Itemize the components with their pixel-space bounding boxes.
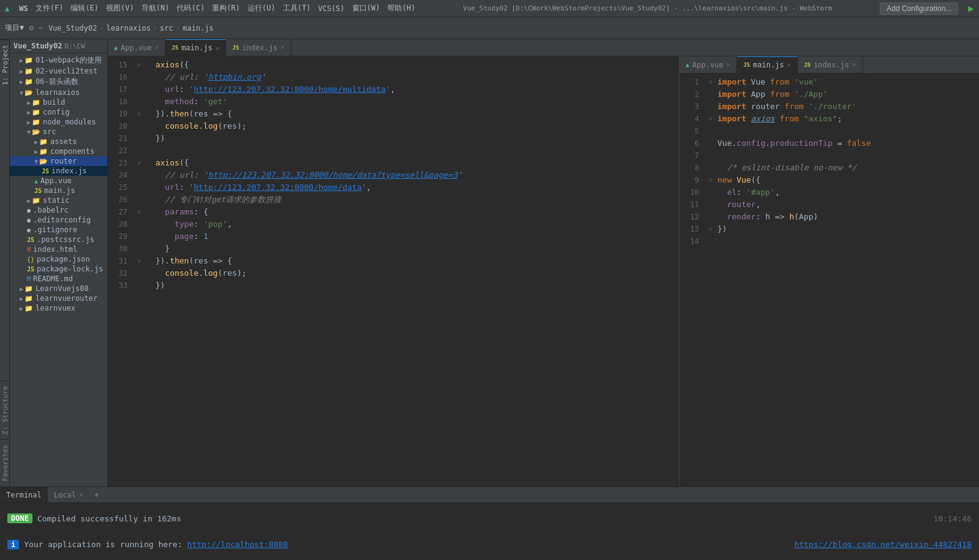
terminal-tab-terminal[interactable]: Terminal: [0, 487, 48, 502]
folder-icon: 📁: [39, 138, 48, 146]
breadcrumb-item-0[interactable]: Vue_Study02: [48, 24, 97, 32]
menu-run[interactable]: 运行(U): [248, 3, 276, 13]
json-icon: {}: [27, 256, 34, 263]
code-line: 28 type: 'pop',: [108, 218, 679, 230]
fold-icon[interactable]: ▽: [709, 174, 712, 186]
fold-icon[interactable]: ▽: [137, 108, 140, 120]
fold-icon[interactable]: ▽: [137, 255, 140, 267]
tree-item-mainjs[interactable]: JS main.js: [10, 186, 107, 195]
tab-project[interactable]: 1: Project: [0, 39, 9, 90]
menu-edit[interactable]: 编辑(E): [70, 3, 99, 13]
menu-code[interactable]: 代码(C): [176, 3, 205, 13]
vue-file-icon: ▲: [34, 178, 38, 184]
run-icon[interactable]: ▶: [968, 2, 974, 14]
menu-view[interactable]: 视图(V): [106, 3, 134, 13]
tab-structure[interactable]: Z: Structure: [0, 380, 9, 439]
terminal-add-button[interactable]: +: [89, 487, 104, 502]
tree-item-readme[interactable]: M README.md: [10, 274, 107, 284]
fold-icon[interactable]: ▽: [137, 157, 140, 169]
line-content: console.log(res);: [143, 120, 679, 132]
tab-indexjs-left[interactable]: JS index.js ×: [226, 39, 291, 56]
tab-favorites[interactable]: Favorites: [0, 439, 9, 486]
tab-appvue-left[interactable]: ▲ App.vue ×: [108, 39, 165, 56]
terminal-localhost-link[interactable]: http://localhost:8080: [187, 540, 288, 549]
line-content: // url: 'http://123.207.32.32:8000/home/…: [143, 169, 679, 181]
tab-close-icon[interactable]: ×: [155, 44, 159, 51]
tree-item-learnvuex[interactable]: ▶ 📁 learnvuex: [10, 303, 107, 313]
terminal-csdn-link[interactable]: https://blog.csdn.net/weixin_44827418: [794, 540, 972, 549]
tree-item-appvue[interactable]: ▲ App.vue: [10, 176, 107, 186]
tree-item-indexhtml[interactable]: H index.html: [10, 244, 107, 254]
collapse-icon[interactable]: −: [39, 23, 43, 32]
project-dropdown[interactable]: 项目▼: [5, 23, 24, 33]
tree-item-webpack[interactable]: ▶ 📁 01-webpack的使用: [10, 55, 107, 66]
tree-item-gitignore[interactable]: ● .gitignore: [10, 225, 107, 235]
tree-item-packagejson[interactable]: {} package.json: [10, 254, 107, 264]
tree-item-config[interactable]: ▶ 📁 config: [10, 107, 107, 117]
tree-item-arrows[interactable]: ▶ 📁 06-箭头函数: [10, 76, 107, 88]
right-code-content[interactable]: 1 ▽ import Vue from 'vue' 2 import App f…: [679, 74, 979, 486]
tab-appvue-right[interactable]: ▲ App.vue ×: [679, 56, 737, 73]
line-content: }): [143, 132, 679, 145]
tab-close-icon[interactable]: ×: [281, 44, 285, 51]
tab-mainjs-left[interactable]: JS main.js ×: [165, 39, 226, 56]
menu-nav[interactable]: 导航(N): [142, 3, 170, 13]
code-line: 24 // url: 'http://123.207.32.32:8000/ho…: [108, 169, 679, 181]
tree-item-static[interactable]: ▶ 📁 static: [10, 195, 107, 205]
fold-icon[interactable]: ▽: [137, 206, 140, 218]
tab-close-icon[interactable]: ×: [727, 61, 731, 69]
code-line: 3 import router from './router': [679, 100, 979, 113]
tree-item-babelrc[interactable]: ● .babelrc: [10, 205, 107, 215]
settings-icon[interactable]: ⚙: [29, 23, 34, 32]
fold-icon[interactable]: ▽: [709, 76, 712, 88]
fold-icon[interactable]: ▽: [709, 223, 712, 235]
tree-item-learnvuerouter[interactable]: ▶ 📁 learnvuerouter: [10, 293, 107, 303]
terminal-tab-local[interactable]: Local ×: [48, 487, 89, 502]
tab-close-icon[interactable]: ×: [79, 491, 83, 499]
line-number: 3: [679, 100, 706, 113]
breadcrumb-item-2[interactable]: src: [160, 24, 173, 32]
menu-tools[interactable]: 工具(T): [283, 3, 311, 13]
tab-close-icon[interactable]: ×: [787, 61, 792, 69]
tab-close-icon[interactable]: ×: [852, 61, 856, 69]
menu-help[interactable]: 帮助(H): [387, 3, 415, 13]
menu-window[interactable]: 窗口(W): [352, 3, 380, 13]
add-config-button[interactable]: Add Configuration...: [880, 2, 958, 15]
fold-icon[interactable]: ▽: [709, 113, 712, 125]
menu-refactor[interactable]: 重构(R): [212, 3, 240, 13]
tree-item-assets[interactable]: ▶ 📁 assets: [10, 137, 107, 146]
tree-item-src[interactable]: ▼ 📂 src: [10, 127, 107, 137]
tree-item-packagelock[interactable]: JS package-lock.js: [10, 264, 107, 274]
tree-item-components[interactable]: ▶ 📁 components: [10, 146, 107, 156]
tree-item-learnaxios[interactable]: ▼ 📂 learnaxios: [10, 88, 107, 97]
code-line: 1 ▽ import Vue from 'vue': [679, 76, 979, 88]
line-number: 1: [679, 76, 706, 88]
tree-item-build[interactable]: ▶ 📁 build: [10, 97, 107, 107]
project-header: Vue_Study02 D:\CW: [10, 39, 107, 53]
line-content: }).then(res => {: [143, 108, 679, 120]
code-line: 11 router,: [679, 199, 979, 211]
menu-vcs[interactable]: VCS(S): [318, 4, 344, 13]
tree-item-router[interactable]: ▼ 📂 router: [10, 156, 107, 166]
tree-item-postcss[interactable]: JS .postcssrc.js: [10, 235, 107, 244]
tree-item-editorconfig[interactable]: ● .editorconfig: [10, 215, 107, 225]
js-file-icon: JS: [34, 187, 42, 194]
line-number: 17: [108, 83, 135, 96]
tab-close-icon[interactable]: ×: [216, 44, 220, 52]
menu-file[interactable]: 文件(F): [36, 3, 64, 13]
left-code-content[interactable]: 15 ▽ axios({ 16 // url: 'httpbin.org': [108, 56, 679, 486]
breadcrumb-item-3[interactable]: main.js: [183, 24, 214, 32]
tree-item-index-js[interactable]: JS index.js: [10, 166, 107, 176]
line-number: 15: [108, 59, 135, 71]
line-content: }).then(res => {: [143, 255, 679, 267]
breadcrumb-item-1[interactable]: learnaxios: [107, 24, 151, 32]
tree-item-nodemodules[interactable]: ▶ 📁 node_modules: [10, 117, 107, 127]
tree-item-learnvuejs[interactable]: ▶ 📁 LearnVuejs08: [10, 284, 107, 293]
line-number: 31: [108, 255, 135, 267]
arrow-icon: ▶: [34, 148, 38, 155]
tab-indexjs-right[interactable]: JS index.js ×: [798, 56, 863, 73]
menu-ws[interactable]: WS: [19, 4, 28, 13]
fold-icon[interactable]: ▽: [137, 59, 140, 71]
tab-mainjs-right[interactable]: JS main.js ×: [737, 56, 798, 73]
tree-item-vuecli2[interactable]: ▶ 📁 02-vuecli2test: [10, 66, 107, 76]
